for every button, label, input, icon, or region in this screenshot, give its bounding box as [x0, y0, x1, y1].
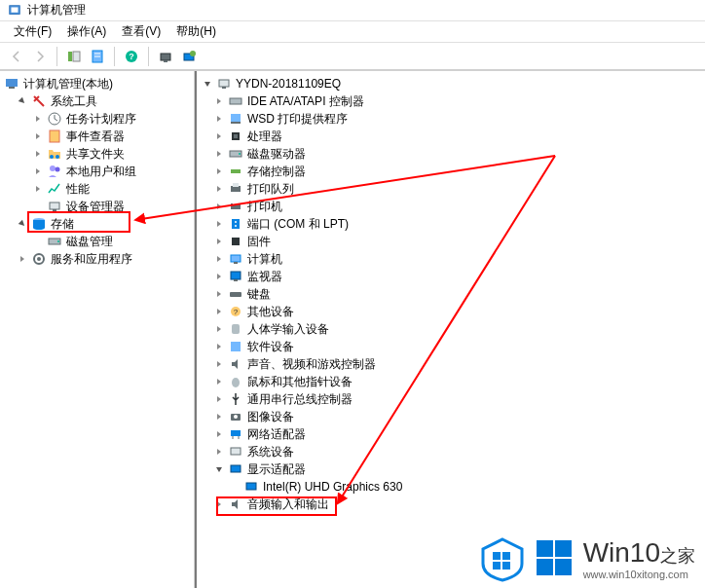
tree-system-tools[interactable]: 系统工具	[2, 92, 192, 110]
expander-icon[interactable]	[212, 392, 226, 406]
wsd-print-icon	[228, 111, 243, 127]
expander-icon[interactable]	[212, 340, 226, 353]
tree-task-scheduler[interactable]: 任务计划程序	[2, 110, 192, 128]
expander-icon[interactable]	[212, 427, 226, 441]
expander-icon[interactable]	[212, 357, 226, 371]
tree-software-devices[interactable]: 软件设备	[199, 338, 703, 355]
expander-icon[interactable]	[212, 305, 226, 318]
tree-shared-folders[interactable]: 共享文件夹	[2, 145, 192, 163]
titlebar: 计算机管理	[0, 0, 705, 21]
tree-audio-io[interactable]: 音频输入和输出	[199, 496, 703, 513]
tree-disk-management[interactable]: 磁盘管理	[2, 233, 192, 250]
expander-icon[interactable]	[212, 182, 226, 196]
tree-network-adapters[interactable]: 网络适配器	[199, 425, 703, 443]
expander-icon[interactable]	[212, 497, 226, 511]
menu-help[interactable]: 帮助(H)	[168, 21, 224, 42]
expander-icon[interactable]	[212, 375, 226, 388]
tree-imaging[interactable]: 图像设备	[199, 408, 703, 425]
scan-hardware-button[interactable]	[155, 46, 176, 67]
tree-local-users[interactable]: 本地用户和组	[2, 163, 192, 180]
processors-icon	[228, 129, 243, 144]
forward-button[interactable]	[29, 46, 51, 67]
expander-icon[interactable]	[31, 112, 45, 126]
svg-rect-72	[537, 559, 553, 575]
refresh-button[interactable]	[178, 46, 200, 67]
expander-icon[interactable]	[201, 77, 214, 91]
tree-mice[interactable]: 鼠标和其他指针设备	[199, 373, 703, 390]
menu-view[interactable]: 查看(V)	[114, 21, 168, 42]
svg-rect-21	[50, 202, 59, 209]
expander-icon[interactable]	[31, 165, 45, 178]
tree-computer[interactable]: 计算机	[199, 250, 703, 268]
tree-other-devices[interactable]: ?其他设备	[199, 303, 703, 320]
toolbar-separator	[148, 47, 149, 66]
help-button[interactable]: ?	[121, 46, 142, 67]
expander-icon[interactable]	[16, 217, 29, 231]
node-label: 网络适配器	[247, 426, 306, 443]
expander-icon[interactable]	[31, 129, 45, 143]
node-label: 本地用户和组	[66, 164, 136, 180]
expander-icon[interactable]	[212, 217, 226, 231]
show-hide-tree-button[interactable]	[63, 46, 85, 67]
tree-device-root[interactable]: YYDN-20181109EQ	[199, 75, 703, 92]
expander-icon[interactable]	[31, 182, 45, 196]
svg-rect-39	[231, 169, 241, 173]
expander-icon[interactable]	[212, 200, 226, 213]
back-button[interactable]	[6, 46, 27, 67]
tree-usb[interactable]: 通用串行总线控制器	[199, 390, 703, 408]
node-label: 处理器	[247, 129, 282, 145]
expander-icon[interactable]	[16, 252, 29, 266]
left-tree-pane[interactable]: 计算机管理(本地) 系统工具 任务计划程序 事件查看器 共享文件夹 本地用户和组	[0, 71, 195, 588]
right-tree-pane[interactable]: YYDN-20181109EQIDE ATA/ATAPI 控制器WSD 打印提供…	[195, 71, 705, 588]
tree-ports[interactable]: 端口 (COM 和 LPT)	[199, 215, 703, 233]
expander-icon[interactable]	[212, 270, 226, 283]
expander-icon[interactable]	[212, 165, 226, 178]
expander-icon[interactable]	[212, 235, 226, 248]
expander-icon[interactable]	[212, 147, 226, 161]
tree-event-viewer[interactable]: 事件查看器	[2, 128, 192, 145]
tree-disk-drives[interactable]: 磁盘驱动器	[199, 145, 703, 163]
expander-icon[interactable]	[16, 94, 29, 108]
expander-icon[interactable]	[212, 322, 226, 336]
expander-icon[interactable]	[212, 112, 226, 126]
toolbar: ?	[0, 43, 705, 70]
svg-rect-36	[234, 134, 238, 138]
tree-services-apps[interactable]: 服务和应用程序	[2, 250, 192, 268]
tree-display-adapters[interactable]: 显示适配器	[199, 460, 703, 478]
node-label: 设备管理器	[66, 199, 125, 215]
expander-icon[interactable]	[212, 462, 226, 476]
tree-sound[interactable]: 声音、视频和游戏控制器	[199, 355, 703, 373]
menu-file[interactable]: 文件(F)	[6, 21, 59, 42]
tree-performance[interactable]: 性能	[2, 180, 192, 198]
tree-hid[interactable]: 人体学输入设备	[199, 320, 703, 338]
printers-icon	[228, 199, 243, 214]
expander-icon[interactable]	[212, 129, 226, 143]
tree-root-computer-management[interactable]: 计算机管理(本地)	[2, 75, 192, 92]
tree-monitors[interactable]: 监视器	[199, 268, 703, 285]
expander-icon[interactable]	[212, 287, 226, 301]
tree-device-manager[interactable]: 设备管理器	[2, 198, 192, 215]
menu-action[interactable]: 操作(A)	[59, 21, 114, 42]
tree-processors[interactable]: 处理器	[199, 128, 703, 145]
tree-printers[interactable]: 打印机	[199, 198, 703, 215]
tree-storage-controllers[interactable]: 存储控制器	[199, 163, 703, 180]
svg-rect-66	[493, 552, 501, 560]
node-label: Intel(R) UHD Graphics 630	[263, 480, 402, 494]
tree-keyboards[interactable]: 键盘	[199, 285, 703, 303]
tree-print-queues[interactable]: 打印队列	[199, 180, 703, 198]
tree-display-adapter-intel[interactable]: Intel(R) UHD Graphics 630	[199, 478, 703, 496]
tree-ide-controllers[interactable]: IDE ATA/ATAPI 控制器	[199, 92, 703, 110]
expander-icon[interactable]	[212, 445, 226, 459]
node-label: 键盘	[247, 286, 271, 303]
expander-icon[interactable]	[212, 252, 226, 266]
expander-icon[interactable]	[212, 94, 226, 108]
tree-wsd-print[interactable]: WSD 打印提供程序	[199, 110, 703, 128]
node-label: YYDN-20181109EQ	[236, 77, 341, 91]
tree-storage[interactable]: 存储	[2, 215, 192, 233]
properties-button[interactable]	[87, 46, 108, 67]
tree-firmware[interactable]: 固件	[199, 233, 703, 250]
expander-icon[interactable]	[212, 410, 226, 423]
expander-icon[interactable]	[31, 147, 45, 161]
svg-rect-3	[73, 52, 80, 61]
tree-system-devices[interactable]: 系统设备	[199, 443, 703, 460]
